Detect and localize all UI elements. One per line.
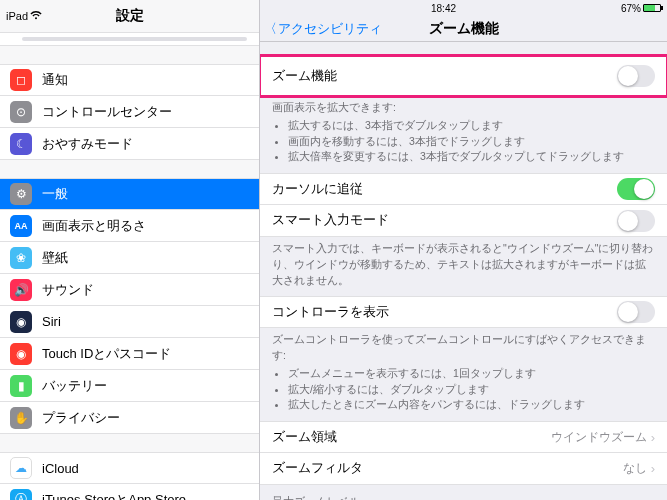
smart-typing-row[interactable]: スマート入力モード [260,205,667,237]
sidebar-list[interactable]: ◻︎ 通知 ⊙ コントロールセンター ☾ おやすみモード ⚙ 一般 AA 画面表… [0,32,259,500]
settings-sidebar: iPad 設定 ◻︎ 通知 ⊙ コントロールセンター ☾ おやすみモード [0,0,260,500]
zoom-help-text: 画面表示を拡大できます: 拡大するには、3本指でダブルタップします 画面内を移動… [260,96,667,173]
sidebar-item-siri[interactable]: ◉ Siri [0,306,259,338]
controller-help-text: ズームコントローラを使ってズームコントロールにすばやくアクセスできます: ズーム… [260,328,667,421]
chevron-right-icon: › [651,430,655,445]
sidebar-item-do-not-disturb[interactable]: ☾ おやすみモード [0,128,259,160]
speaker-icon: 🔊 [10,279,32,301]
zoom-region-row[interactable]: ズーム領域 ウインドウズーム › [260,421,667,453]
sidebar-item-general[interactable]: ⚙ 一般 [0,178,259,210]
settings-content[interactable]: ズーム機能 画面表示を拡大できます: 拡大するには、3本指でダブルタップします … [260,42,667,500]
notifications-icon: ◻︎ [10,69,32,91]
sidebar-header: iPad 設定 [0,0,259,32]
siri-icon: ◉ [10,311,32,333]
max-zoom-label: 最大ズームレベル [260,485,667,500]
sidebar-title: 設定 [116,7,144,25]
zoom-toggle[interactable] [617,65,655,87]
zoom-toggle-row[interactable]: ズーム機能 [260,56,667,96]
control-center-icon: ⊙ [10,101,32,123]
cloud-icon: ☁ [10,457,32,479]
fingerprint-icon: ◉ [10,343,32,365]
wallpaper-icon: ❀ [10,247,32,269]
moon-icon: ☾ [10,133,32,155]
sidebar-partial-row[interactable] [0,32,259,46]
follow-cursor-toggle[interactable] [617,178,655,200]
status-time: 18:42 [431,3,456,14]
wifi-icon [30,11,42,22]
sidebar-item-sounds[interactable]: 🔊 サウンド [0,274,259,306]
battery-icon: ▮ [10,375,32,397]
gear-icon: ⚙ [10,183,32,205]
status-bar: 18:42 67% [260,0,667,16]
hand-icon: ✋ [10,407,32,429]
battery-indicator: 67% [621,3,661,14]
sidebar-item-notifications[interactable]: ◻︎ 通知 [0,64,259,96]
detail-pane: 18:42 67% 〈 アクセシビリティ ズーム機能 ズーム機能 画面表示を拡大… [260,0,667,500]
show-controller-toggle[interactable] [617,301,655,323]
follow-cursor-row[interactable]: カーソルに追従 [260,173,667,205]
sidebar-item-wallpaper[interactable]: ❀ 壁紙 [0,242,259,274]
page-title: ズーム機能 [429,20,499,38]
sidebar-item-control-center[interactable]: ⊙ コントロールセンター [0,96,259,128]
zoom-filter-row[interactable]: ズームフィルタ なし › [260,453,667,485]
chevron-right-icon: › [651,461,655,476]
sidebar-item-display-brightness[interactable]: AA 画面表示と明るさ [0,210,259,242]
show-controller-row[interactable]: コントローラを表示 [260,296,667,328]
sidebar-item-itunes-appstore[interactable]: Ⓐ iTunes StoreとApp Store [0,484,259,500]
appstore-icon: Ⓐ [10,489,32,501]
display-icon: AA [10,215,32,237]
sidebar-item-privacy[interactable]: ✋ プライバシー [0,402,259,434]
device-indicator: iPad [6,10,42,22]
smart-typing-toggle[interactable] [617,210,655,232]
sidebar-item-icloud[interactable]: ☁ iCloud [0,452,259,484]
sidebar-item-touchid-passcode[interactable]: ◉ Touch IDとパスコード [0,338,259,370]
smart-typing-help: スマート入力では、キーボードが表示されると"ウインドウズーム"に切り替わり、ウイ… [260,237,667,296]
sidebar-item-battery[interactable]: ▮ バッテリー [0,370,259,402]
chevron-left-icon: 〈 [264,20,277,38]
back-button[interactable]: 〈 アクセシビリティ [264,20,382,38]
nav-header: 〈 アクセシビリティ ズーム機能 [260,16,667,42]
